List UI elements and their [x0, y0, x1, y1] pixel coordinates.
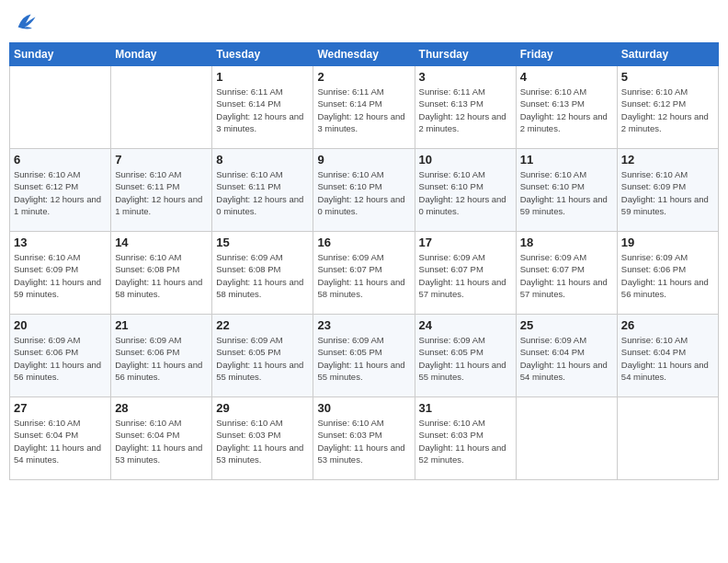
day-info: Sunrise: 6:10 AMSunset: 6:08 PMDaylight:…	[115, 252, 202, 299]
day-number: 20	[14, 318, 107, 332]
calendar-cell: 10Sunrise: 6:10 AMSunset: 6:10 PMDayligh…	[415, 149, 516, 232]
day-number: 4	[520, 70, 613, 84]
day-info: Sunrise: 6:10 AMSunset: 6:13 PMDaylight:…	[520, 86, 608, 133]
day-info: Sunrise: 6:10 AMSunset: 6:12 PMDaylight:…	[621, 86, 709, 133]
calendar-cell: 24Sunrise: 6:09 AMSunset: 6:05 PMDayligh…	[415, 315, 516, 397]
calendar-cell: 14Sunrise: 6:10 AMSunset: 6:08 PMDayligh…	[111, 232, 212, 315]
day-number: 2	[317, 70, 410, 84]
calendar-cell: 12Sunrise: 6:10 AMSunset: 6:09 PMDayligh…	[617, 149, 718, 232]
day-number: 14	[115, 236, 208, 249]
day-info: Sunrise: 6:09 AMSunset: 6:05 PMDaylight:…	[216, 335, 303, 382]
page-header	[9, 9, 719, 35]
day-number: 7	[115, 153, 208, 167]
day-number: 19	[621, 236, 714, 249]
logo-icon	[13, 9, 39, 35]
calendar-cell: 3Sunrise: 6:11 AMSunset: 6:13 PMDaylight…	[415, 66, 516, 149]
day-number: 21	[115, 318, 208, 332]
day-number: 11	[520, 153, 613, 167]
day-info: Sunrise: 6:10 AMSunset: 6:03 PMDaylight:…	[419, 418, 506, 465]
day-info: Sunrise: 6:10 AMSunset: 6:10 PMDaylight:…	[520, 169, 608, 216]
day-info: Sunrise: 6:09 AMSunset: 6:08 PMDaylight:…	[216, 252, 303, 299]
day-number: 28	[115, 401, 208, 415]
calendar-body: 1Sunrise: 6:11 AMSunset: 6:14 PMDaylight…	[10, 66, 719, 480]
calendar-cell	[111, 66, 212, 149]
calendar-cell: 19Sunrise: 6:09 AMSunset: 6:06 PMDayligh…	[617, 232, 718, 315]
day-info: Sunrise: 6:11 AMSunset: 6:14 PMDaylight:…	[216, 86, 303, 133]
day-info: Sunrise: 6:09 AMSunset: 6:05 PMDaylight:…	[317, 335, 404, 382]
weekday-header: Monday	[111, 43, 212, 66]
day-info: Sunrise: 6:10 AMSunset: 6:11 PMDaylight:…	[216, 169, 303, 216]
day-info: Sunrise: 6:10 AMSunset: 6:11 PMDaylight:…	[115, 169, 202, 216]
day-number: 8	[216, 153, 309, 167]
calendar-cell: 7Sunrise: 6:10 AMSunset: 6:11 PMDaylight…	[111, 149, 212, 232]
calendar-cell	[617, 397, 718, 480]
calendar-cell: 21Sunrise: 6:09 AMSunset: 6:06 PMDayligh…	[111, 315, 212, 397]
day-info: Sunrise: 6:09 AMSunset: 6:06 PMDaylight:…	[14, 335, 101, 382]
weekday-header: Wednesday	[313, 43, 415, 66]
day-info: Sunrise: 6:10 AMSunset: 6:12 PMDaylight:…	[14, 169, 101, 216]
calendar-cell: 25Sunrise: 6:09 AMSunset: 6:04 PMDayligh…	[516, 315, 617, 397]
day-info: Sunrise: 6:10 AMSunset: 6:04 PMDaylight:…	[115, 418, 202, 465]
day-info: Sunrise: 6:10 AMSunset: 6:10 PMDaylight:…	[317, 169, 404, 216]
calendar-cell: 20Sunrise: 6:09 AMSunset: 6:06 PMDayligh…	[10, 315, 111, 397]
day-info: Sunrise: 6:09 AMSunset: 6:07 PMDaylight:…	[317, 252, 404, 299]
weekday-header: Sunday	[10, 43, 111, 66]
calendar-cell: 28Sunrise: 6:10 AMSunset: 6:04 PMDayligh…	[111, 397, 212, 480]
calendar-cell	[516, 397, 617, 480]
day-number: 29	[216, 401, 309, 415]
logo	[13, 9, 42, 35]
day-number: 22	[216, 318, 309, 332]
calendar-table: SundayMondayTuesdayWednesdayThursdayFrid…	[9, 42, 719, 480]
day-number: 26	[621, 318, 714, 332]
day-info: Sunrise: 6:10 AMSunset: 6:09 PMDaylight:…	[14, 252, 101, 299]
calendar-cell: 5Sunrise: 6:10 AMSunset: 6:12 PMDaylight…	[617, 66, 718, 149]
calendar-cell: 18Sunrise: 6:09 AMSunset: 6:07 PMDayligh…	[516, 232, 617, 315]
day-number: 17	[419, 236, 512, 249]
day-info: Sunrise: 6:10 AMSunset: 6:03 PMDaylight:…	[216, 418, 303, 465]
day-info: Sunrise: 6:11 AMSunset: 6:13 PMDaylight:…	[419, 86, 506, 133]
day-number: 18	[520, 236, 613, 249]
day-info: Sunrise: 6:09 AMSunset: 6:05 PMDaylight:…	[419, 335, 506, 382]
calendar-cell: 11Sunrise: 6:10 AMSunset: 6:10 PMDayligh…	[516, 149, 617, 232]
calendar-cell: 4Sunrise: 6:10 AMSunset: 6:13 PMDaylight…	[516, 66, 617, 149]
calendar-cell: 9Sunrise: 6:10 AMSunset: 6:10 PMDaylight…	[313, 149, 415, 232]
day-number: 13	[14, 236, 107, 249]
day-number: 15	[216, 236, 309, 249]
day-number: 27	[14, 401, 107, 415]
calendar-cell: 16Sunrise: 6:09 AMSunset: 6:07 PMDayligh…	[313, 232, 415, 315]
day-number: 23	[317, 318, 410, 332]
day-info: Sunrise: 6:09 AMSunset: 6:06 PMDaylight:…	[115, 335, 202, 382]
day-number: 3	[419, 70, 512, 84]
day-number: 16	[317, 236, 410, 249]
calendar-cell: 1Sunrise: 6:11 AMSunset: 6:14 PMDaylight…	[212, 66, 313, 149]
day-info: Sunrise: 6:09 AMSunset: 6:07 PMDaylight:…	[520, 252, 608, 299]
day-number: 1	[216, 70, 309, 84]
calendar-cell: 30Sunrise: 6:10 AMSunset: 6:03 PMDayligh…	[313, 397, 415, 480]
day-number: 25	[520, 318, 613, 332]
day-info: Sunrise: 6:09 AMSunset: 6:07 PMDaylight:…	[419, 252, 506, 299]
weekday-header: Saturday	[617, 43, 718, 66]
calendar-cell	[10, 66, 111, 149]
day-number: 10	[419, 153, 512, 167]
calendar-cell: 22Sunrise: 6:09 AMSunset: 6:05 PMDayligh…	[212, 315, 313, 397]
weekday-header: Friday	[516, 43, 617, 66]
day-number: 9	[317, 153, 410, 167]
day-info: Sunrise: 6:10 AMSunset: 6:09 PMDaylight:…	[621, 169, 709, 216]
calendar-cell: 15Sunrise: 6:09 AMSunset: 6:08 PMDayligh…	[212, 232, 313, 315]
day-info: Sunrise: 6:10 AMSunset: 6:10 PMDaylight:…	[419, 169, 506, 216]
calendar-cell: 8Sunrise: 6:10 AMSunset: 6:11 PMDaylight…	[212, 149, 313, 232]
day-info: Sunrise: 6:10 AMSunset: 6:04 PMDaylight:…	[621, 335, 709, 382]
day-number: 30	[317, 401, 410, 415]
day-info: Sunrise: 6:09 AMSunset: 6:04 PMDaylight:…	[520, 335, 608, 382]
day-number: 6	[14, 153, 107, 167]
weekday-header: Tuesday	[212, 43, 313, 66]
calendar-cell: 2Sunrise: 6:11 AMSunset: 6:14 PMDaylight…	[313, 66, 415, 149]
day-info: Sunrise: 6:10 AMSunset: 6:04 PMDaylight:…	[14, 418, 101, 465]
day-info: Sunrise: 6:10 AMSunset: 6:03 PMDaylight:…	[317, 418, 404, 465]
day-number: 24	[419, 318, 512, 332]
calendar-cell: 17Sunrise: 6:09 AMSunset: 6:07 PMDayligh…	[415, 232, 516, 315]
calendar-cell: 27Sunrise: 6:10 AMSunset: 6:04 PMDayligh…	[10, 397, 111, 480]
calendar-cell: 31Sunrise: 6:10 AMSunset: 6:03 PMDayligh…	[415, 397, 516, 480]
day-info: Sunrise: 6:09 AMSunset: 6:06 PMDaylight:…	[621, 252, 709, 299]
calendar-header: SundayMondayTuesdayWednesdayThursdayFrid…	[10, 43, 719, 66]
